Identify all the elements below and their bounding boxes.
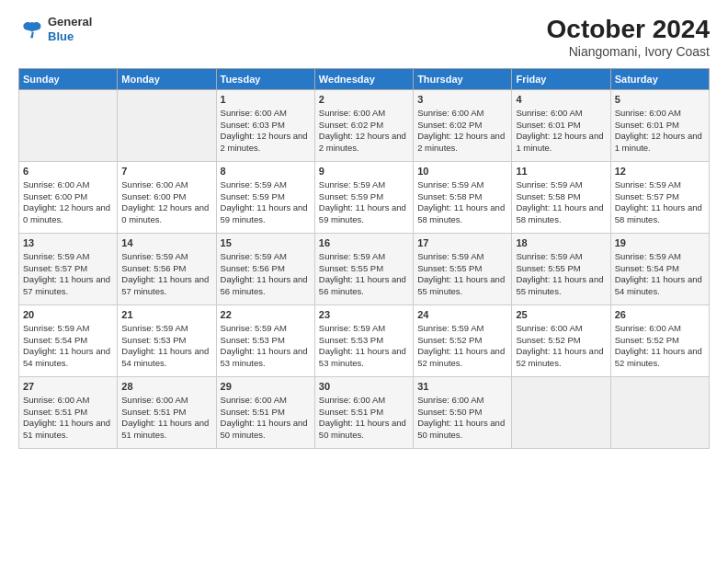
sunset-text: Sunset: 5:57 PM [615,191,705,203]
day-of-week-header: Saturday [610,69,709,90]
logo-text-general: General [48,15,92,29]
day-of-week-header: Wednesday [314,69,413,90]
calendar-cell: 23Sunrise: 5:59 AMSunset: 5:53 PMDayligh… [314,305,413,377]
sunset-text: Sunset: 5:52 PM [417,335,507,347]
day-of-week-header: Thursday [414,69,512,90]
sunset-text: Sunset: 5:58 PM [417,191,507,203]
day-number: 9 [319,165,409,178]
calendar-cell: 8Sunrise: 5:59 AMSunset: 5:59 PMDaylight… [216,162,314,234]
calendar-cell: 28Sunrise: 6:00 AMSunset: 5:51 PMDayligh… [118,377,216,449]
calendar-week-row: 13Sunrise: 5:59 AMSunset: 5:57 PMDayligh… [19,234,710,305]
logo-text-blue: Blue [48,29,92,44]
sunrise-text: Sunrise: 6:00 AM [121,179,211,191]
calendar-cell [610,377,709,449]
sunset-text: Sunset: 6:03 PM [221,120,311,132]
sunset-text: Sunset: 6:01 PM [516,120,606,132]
sunset-text: Sunset: 6:00 PM [23,191,113,203]
sunrise-text: Sunrise: 5:59 AM [221,179,311,191]
calendar-cell: 6Sunrise: 6:00 AMSunset: 6:00 PMDaylight… [19,162,118,234]
calendar-cell: 30Sunrise: 6:00 AMSunset: 5:51 PMDayligh… [314,377,413,449]
day-number: 8 [221,165,311,178]
sunset-text: Sunset: 5:52 PM [615,335,705,347]
sunset-text: Sunset: 5:55 PM [417,263,507,275]
day-number: 13 [23,236,113,250]
daylight-text: Daylight: 12 hours and 1 minute. [516,131,606,155]
daylight-text: Daylight: 11 hours and 51 minutes. [121,418,211,442]
calendar-cell: 2Sunrise: 6:00 AMSunset: 6:02 PMDaylight… [314,90,413,162]
sunset-text: Sunset: 5:53 PM [121,335,211,347]
day-number: 2 [319,93,409,107]
day-of-week-header: Tuesday [216,69,314,90]
daylight-text: Daylight: 11 hours and 59 minutes. [319,202,409,226]
daylight-text: Daylight: 11 hours and 50 minutes. [417,418,507,442]
sunset-text: Sunset: 5:51 PM [221,407,311,419]
day-number: 16 [319,236,409,250]
sunrise-text: Sunrise: 5:59 AM [23,323,113,335]
daylight-text: Daylight: 11 hours and 52 minutes. [417,346,507,370]
sunrise-text: Sunrise: 5:59 AM [319,323,409,335]
daylight-text: Daylight: 11 hours and 52 minutes. [615,346,705,370]
sunrise-text: Sunrise: 6:00 AM [121,395,211,407]
calendar-cell: 9Sunrise: 5:59 AMSunset: 5:59 PMDaylight… [314,162,413,234]
logo-icon [18,19,44,40]
sunrise-text: Sunrise: 6:00 AM [23,395,113,407]
day-of-week-header: Friday [512,69,610,90]
daylight-text: Daylight: 11 hours and 55 minutes. [417,274,507,298]
sunrise-text: Sunrise: 6:00 AM [221,108,311,120]
sunrise-text: Sunrise: 6:00 AM [615,108,705,120]
sunrise-text: Sunrise: 6:00 AM [319,395,409,407]
daylight-text: Daylight: 12 hours and 1 minute. [615,131,705,155]
daylight-text: Daylight: 11 hours and 54 minutes. [23,346,113,370]
calendar-week-row: 27Sunrise: 6:00 AMSunset: 5:51 PMDayligh… [19,377,710,449]
calendar-cell: 3Sunrise: 6:00 AMSunset: 6:02 PMDaylight… [414,90,512,162]
calendar-cell: 5Sunrise: 6:00 AMSunset: 6:01 PMDaylight… [610,90,709,162]
sunset-text: Sunset: 5:56 PM [221,263,311,275]
calendar-cell: 11Sunrise: 5:59 AMSunset: 5:58 PMDayligh… [512,162,610,234]
sunrise-text: Sunrise: 5:59 AM [221,251,311,263]
calendar-cell: 18Sunrise: 5:59 AMSunset: 5:55 PMDayligh… [512,234,610,305]
day-number: 24 [417,308,507,322]
calendar-cell: 31Sunrise: 6:00 AMSunset: 5:50 PMDayligh… [414,377,512,449]
calendar-cell: 12Sunrise: 5:59 AMSunset: 5:57 PMDayligh… [610,162,709,234]
calendar-cell: 26Sunrise: 6:00 AMSunset: 5:52 PMDayligh… [610,305,709,377]
page-subtitle: Niangomani, Ivory Coast [547,44,710,59]
calendar-cell: 19Sunrise: 5:59 AMSunset: 5:54 PMDayligh… [610,234,709,305]
daylight-text: Daylight: 11 hours and 50 minutes. [319,418,409,442]
day-number: 27 [23,380,113,394]
daylight-text: Daylight: 12 hours and 2 minutes. [221,131,311,155]
daylight-text: Daylight: 11 hours and 54 minutes. [615,274,705,298]
sunset-text: Sunset: 5:53 PM [221,335,311,347]
sunrise-text: Sunrise: 5:59 AM [319,179,409,191]
day-number: 17 [417,236,507,250]
sunset-text: Sunset: 5:50 PM [417,407,507,419]
daylight-text: Daylight: 11 hours and 52 minutes. [516,346,606,370]
day-number: 20 [23,308,113,322]
day-number: 3 [417,93,507,107]
sunrise-text: Sunrise: 5:59 AM [23,251,113,263]
calendar-cell: 20Sunrise: 5:59 AMSunset: 5:54 PMDayligh… [19,305,118,377]
day-of-week-header: Monday [118,69,216,90]
calendar-week-row: 6Sunrise: 6:00 AMSunset: 6:00 PMDaylight… [19,162,710,234]
day-number: 23 [319,308,409,322]
daylight-text: Daylight: 11 hours and 50 minutes. [221,418,311,442]
day-number: 6 [23,165,113,178]
sunrise-text: Sunrise: 5:59 AM [615,251,705,263]
calendar-cell: 25Sunrise: 6:00 AMSunset: 5:52 PMDayligh… [512,305,610,377]
daylight-text: Daylight: 12 hours and 2 minutes. [417,131,507,155]
daylight-text: Daylight: 11 hours and 58 minutes. [615,202,705,226]
sunrise-text: Sunrise: 6:00 AM [516,323,606,335]
sunset-text: Sunset: 5:51 PM [121,407,211,419]
day-number: 14 [121,236,211,250]
calendar-cell: 16Sunrise: 5:59 AMSunset: 5:55 PMDayligh… [314,234,413,305]
sunset-text: Sunset: 5:51 PM [319,407,409,419]
day-number: 11 [516,165,606,178]
sunset-text: Sunset: 5:53 PM [319,335,409,347]
day-number: 31 [417,380,507,394]
day-number: 30 [319,380,409,394]
calendar-cell [118,90,216,162]
day-number: 19 [615,236,705,250]
sunrise-text: Sunrise: 5:59 AM [417,179,507,191]
daylight-text: Daylight: 11 hours and 59 minutes. [221,202,311,226]
calendar-week-row: 1Sunrise: 6:00 AMSunset: 6:03 PMDaylight… [19,90,710,162]
sunset-text: Sunset: 5:59 PM [221,191,311,203]
